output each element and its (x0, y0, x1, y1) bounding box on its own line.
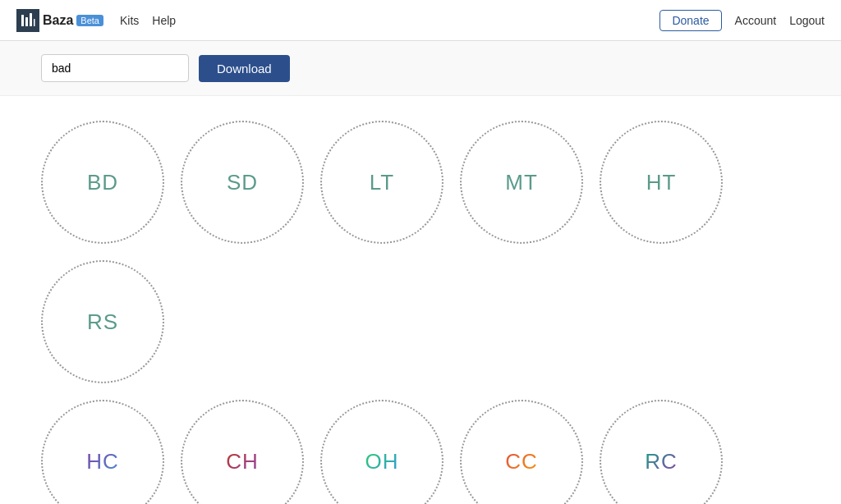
toolbar: Download (0, 41, 841, 96)
circle-item-hc[interactable]: HC (41, 400, 164, 504)
navbar: Baza Beta Kits Help Donate Account Logou… (0, 0, 841, 41)
circle-row-1: BDSDLTMTHTRS (41, 121, 800, 383)
circle-item-rs[interactable]: RS (41, 260, 164, 383)
brand-beta-badge: Beta (76, 15, 103, 26)
circle-item-lt[interactable]: LT (320, 121, 443, 244)
brand-name: Baza (43, 13, 73, 28)
circle-row-2: HCCHOHCCRC (41, 400, 800, 504)
svg-rect-2 (30, 13, 32, 26)
navbar-right: Donate Account Logout (659, 10, 825, 31)
svg-rect-1 (25, 17, 28, 26)
circle-label-lt: LT (370, 170, 394, 195)
nav-kits[interactable]: Kits (120, 14, 139, 27)
account-link[interactable]: Account (735, 14, 777, 27)
circle-item-bd[interactable]: BD (41, 121, 164, 244)
circle-item-oh[interactable]: OH (320, 400, 443, 504)
circle-item-ht[interactable]: HT (600, 121, 723, 244)
search-input[interactable] (41, 54, 189, 82)
download-button[interactable]: Download (199, 55, 290, 82)
circle-label-hc: HC (86, 449, 119, 474)
circle-item-ch[interactable]: CH (181, 400, 304, 504)
main-content: BDSDLTMTHTRS HCCHOHCCRC (0, 96, 841, 504)
circle-item-cc[interactable]: CC (460, 400, 583, 504)
circle-label-cc: CC (505, 449, 538, 474)
svg-rect-3 (34, 19, 35, 26)
circle-label-mt: MT (505, 170, 538, 195)
logout-link[interactable]: Logout (789, 14, 825, 27)
donate-button[interactable]: Donate (659, 10, 721, 31)
circle-label-oh: OH (365, 449, 399, 474)
circle-label-sd: SD (227, 170, 258, 195)
nav-help[interactable]: Help (152, 14, 176, 27)
circle-label-rs: RS (87, 309, 118, 335)
circle-item-sd[interactable]: SD (181, 121, 304, 244)
nav-links: Kits Help (120, 14, 176, 27)
circle-label-rc: RC (645, 449, 678, 474)
circle-label-bd: BD (87, 170, 118, 195)
brand: Baza Beta (16, 9, 103, 32)
circle-label-ch: CH (226, 449, 259, 474)
brand-logo (16, 9, 39, 32)
circle-label-ht: HT (646, 170, 677, 195)
svg-rect-0 (21, 15, 24, 26)
circle-item-mt[interactable]: MT (460, 121, 583, 244)
circle-item-rc[interactable]: RC (600, 400, 723, 504)
